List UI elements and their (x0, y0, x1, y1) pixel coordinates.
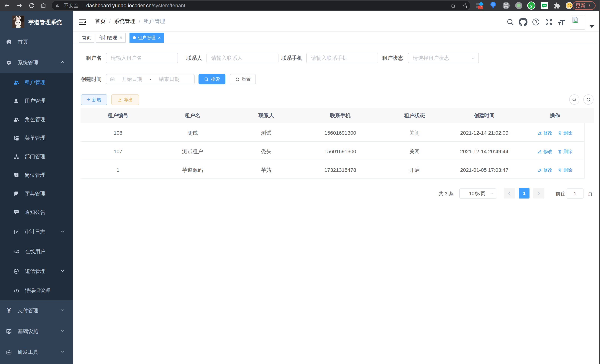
svg-text:y: y (530, 3, 533, 8)
svg-text:10: 10 (479, 6, 482, 9)
